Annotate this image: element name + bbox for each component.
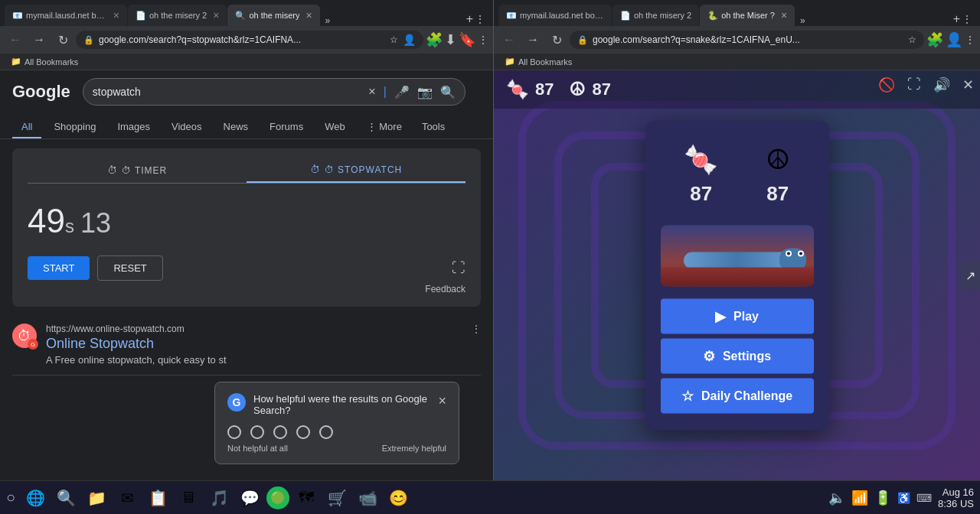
- popup-close-button[interactable]: ×: [438, 393, 446, 409]
- reset-button[interactable]: RESET: [97, 255, 162, 281]
- play-button[interactable]: ▶ Play: [661, 299, 814, 334]
- star-icon-right[interactable]: ☆: [908, 34, 916, 45]
- clear-icon[interactable]: ×: [368, 85, 375, 99]
- feedback-popup: G How helpful were the results on Google…: [214, 382, 459, 464]
- tab-shopping[interactable]: Shopping: [44, 116, 105, 138]
- settings-button[interactable]: ⚙ Settings: [661, 339, 814, 374]
- tab-miser-right[interactable]: 🐍 oh the Miser ? ×: [700, 5, 795, 26]
- taskbar-faces[interactable]: 😊: [384, 484, 412, 512]
- search-bar[interactable]: × | 🎤 📷 🔍: [83, 78, 466, 106]
- url-bar-right[interactable]: 🔒 google.com/search?q=snake&rlz=1CAIFNA_…: [570, 31, 924, 49]
- feedback-link[interactable]: Feedback: [28, 281, 466, 298]
- back-button[interactable]: ←: [5, 29, 26, 50]
- taskbar-music[interactable]: 🎵: [205, 484, 233, 512]
- tab-more2[interactable]: ⋮ More: [358, 116, 411, 138]
- bookmark-allbookmarks-right[interactable]: 📁 All Bookmarks: [500, 55, 577, 68]
- lens-icon[interactable]: 📷: [417, 85, 433, 99]
- volume-icon[interactable]: 🔊: [933, 76, 950, 93]
- daily-challenge-button[interactable]: ☆ Daily Challenge: [661, 379, 814, 414]
- fullscreen-icon[interactable]: ⛶: [452, 260, 466, 276]
- url-bar-left[interactable]: 🔒 google.com/search?q=stopwatch&rlz=1CAI…: [76, 31, 423, 49]
- close-icon[interactable]: ✕: [962, 76, 974, 93]
- battery-icon[interactable]: 🔋: [874, 490, 891, 506]
- radio-circle[interactable]: [227, 425, 241, 439]
- share-button[interactable]: ↗: [961, 262, 980, 289]
- reload-button[interactable]: ↻: [52, 29, 74, 50]
- tab-close[interactable]: ×: [778, 9, 787, 21]
- result-menu-icon[interactable]: ⋮: [472, 324, 481, 334]
- extension-icon[interactable]: 🧩: [426, 31, 443, 48]
- volume-sys-icon[interactable]: 🔈: [828, 490, 845, 506]
- search-input[interactable]: [93, 86, 363, 98]
- tab-more-button[interactable]: »: [321, 15, 335, 26]
- tab-images[interactable]: Images: [108, 116, 159, 138]
- mic-icon[interactable]: 🎤: [394, 85, 410, 99]
- tools-button[interactable]: Tools: [414, 116, 452, 138]
- result-title[interactable]: Online Stopwatch: [46, 336, 481, 352]
- keyboard-icon[interactable]: ⌨: [916, 492, 932, 504]
- taskbar-search[interactable]: 🔍: [52, 484, 80, 512]
- browser-menu[interactable]: ⋮: [475, 13, 485, 25]
- wifi-icon[interactable]: 📶: [851, 490, 868, 506]
- tab-web[interactable]: Web: [315, 116, 354, 138]
- launcher-icon[interactable]: ○: [6, 489, 15, 506]
- taskbar-zoom[interactable]: 📹: [354, 484, 381, 512]
- download-icon[interactable]: ⬇: [445, 31, 456, 48]
- accessibility-icon[interactable]: ♿: [897, 492, 910, 504]
- taskbar-files[interactable]: 📁: [83, 484, 110, 512]
- tab-close[interactable]: ×: [302, 9, 312, 21]
- bookmark-icon[interactable]: 🔖: [459, 31, 475, 48]
- taskbar-discord[interactable]: 💬: [236, 484, 263, 512]
- back-button-right[interactable]: ←: [498, 29, 520, 50]
- taskbar-maps[interactable]: 🗺: [292, 484, 320, 512]
- new-tab-button-right[interactable]: +: [953, 12, 960, 26]
- bookmark-allbookmarks[interactable]: 📁 All Bookmarks: [6, 55, 83, 68]
- radio-2[interactable]: [250, 425, 264, 439]
- radio-3[interactable]: [273, 425, 287, 439]
- menu-dots-right[interactable]: ⋮: [965, 34, 975, 46]
- radio-circle[interactable]: [319, 425, 333, 439]
- tab-stopwatch-left[interactable]: 🔍 oh the misery ×: [227, 5, 319, 26]
- profile-icon[interactable]: 👤: [403, 34, 416, 46]
- tab-all[interactable]: All: [12, 116, 41, 138]
- radio-circle[interactable]: [296, 425, 310, 439]
- browser-menu-right[interactable]: ⋮: [962, 13, 972, 25]
- menu-dots[interactable]: ⋮: [478, 34, 488, 46]
- block-icon[interactable]: 🚫: [878, 76, 895, 93]
- forward-button[interactable]: →: [28, 29, 50, 50]
- timer-tab[interactable]: ⏱ ⏱ TIMER: [28, 158, 247, 183]
- radio-4[interactable]: [296, 425, 310, 439]
- taskbar-gmail[interactable]: ✉: [113, 484, 141, 512]
- radio-circle[interactable]: [273, 425, 287, 439]
- taskbar-tasks[interactable]: 📋: [144, 484, 172, 512]
- radio-1[interactable]: [227, 425, 241, 439]
- taskbar-chrome[interactable]: 🌐: [21, 484, 49, 512]
- tab-miser2-left[interactable]: 📄 oh the misery 2 ×: [128, 5, 227, 26]
- tab-more-right[interactable]: »: [795, 15, 810, 26]
- profile-icon-right[interactable]: 👤: [946, 31, 962, 48]
- reload-button-right[interactable]: ↻: [546, 29, 567, 50]
- new-tab-button[interactable]: +: [466, 12, 473, 26]
- radio-5[interactable]: [319, 425, 333, 439]
- tab-news[interactable]: News: [214, 116, 258, 138]
- forward-button-right[interactable]: →: [522, 29, 544, 50]
- taskbar-slides[interactable]: 🖥: [175, 484, 202, 512]
- fullscreen-icon[interactable]: ⛶: [907, 76, 921, 93]
- tab-mymail-left[interactable]: 📧 mymail.lausd.net bookmarks ×: [5, 5, 127, 26]
- start-button[interactable]: START: [28, 256, 90, 280]
- taskbar-datetime[interactable]: Aug 16 8:36 US: [938, 486, 974, 509]
- radio-circle[interactable]: [250, 425, 264, 439]
- stopwatch-tab[interactable]: ⏱ ⏱ STOPWATCH: [247, 158, 466, 183]
- tab-mymail-right[interactable]: 📧 mymail.lausd.net bookmarks: [498, 5, 612, 26]
- star-icon[interactable]: ☆: [390, 34, 398, 45]
- tab-miser2-right[interactable]: 📄 oh the misery 2: [612, 5, 699, 26]
- tab-videos[interactable]: Videos: [162, 116, 211, 138]
- tab-close[interactable]: ×: [110, 9, 119, 21]
- extension-icon-right[interactable]: 🧩: [926, 31, 943, 48]
- taskbar-store[interactable]: 🛒: [323, 484, 351, 512]
- taskbar-spotify[interactable]: 🟢: [266, 486, 289, 509]
- tab-close[interactable]: ×: [210, 9, 219, 21]
- tab-forums[interactable]: Forums: [260, 116, 312, 138]
- tab-favicon: 📧: [12, 11, 23, 21]
- search-submit-icon[interactable]: 🔍: [440, 85, 456, 99]
